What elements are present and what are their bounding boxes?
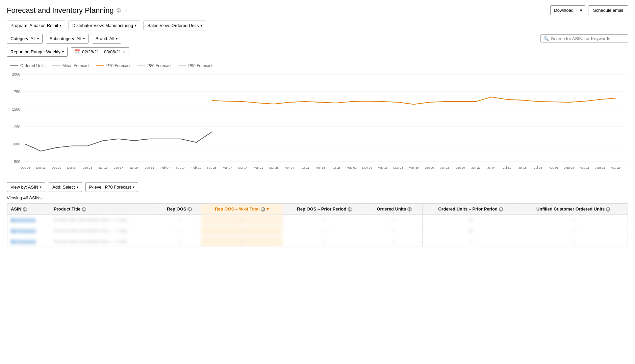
add-filter[interactable]: Add: Select ▾ [49, 182, 82, 192]
svg-text:Mar 21: Mar 21 [254, 166, 263, 169]
unfilled-cell: — [519, 236, 628, 247]
rep-oos-pct-cell: — [201, 236, 283, 247]
plevel-filter[interactable]: P-level: P70 Forecast ▾ [85, 182, 138, 192]
brand-filter-caret: ▾ [116, 37, 118, 40]
reporting-range-label: Reporting Range: Weekly [10, 49, 60, 54]
reporting-range-filter[interactable]: Reporting Range: Weekly ▾ [7, 47, 68, 57]
date-range-pill[interactable]: 📅 02/28/21 – 03/06/21 × [71, 47, 129, 56]
svg-text:Jan 24: Jan 24 [130, 166, 139, 169]
svg-text:Mar 07: Mar 07 [223, 166, 232, 169]
download-label: Download [551, 6, 577, 15]
download-arrow-icon[interactable]: ▾ [577, 6, 585, 15]
product-title-cell: Product title description here — 1 pkg [50, 236, 158, 247]
view-by-filter[interactable]: View by: ASIN ▾ [7, 182, 45, 192]
svg-text:Dec 27: Dec 27 [67, 166, 77, 169]
svg-text:Feb 21: Feb 21 [192, 166, 201, 169]
title-info-icon[interactable]: ⓘ [117, 8, 121, 12]
distributor-filter[interactable]: Distributor View: Manufacturing ▾ [69, 21, 140, 30]
title-star-icon[interactable]: ☆ [124, 7, 128, 13]
svg-text:Jan 10: Jan 10 [99, 166, 108, 169]
program-filter[interactable]: Program: Amazon Retail ▾ [7, 21, 65, 30]
svg-text:May 02: May 02 [347, 166, 356, 169]
legend-label-p90-forecast: P90 Forecast [188, 63, 212, 68]
program-filter-caret: ▾ [60, 24, 61, 27]
subcategory-filter[interactable]: Subcategory: All ▾ [46, 34, 88, 44]
search-input[interactable] [551, 36, 625, 41]
legend-label-mean-forecast: Mean Forecast [62, 63, 90, 68]
col-header-product-title: Product Title ⓘ [50, 204, 158, 215]
svg-text:Jan 03: Jan 03 [83, 166, 92, 169]
svg-text:Jun 27: Jun 27 [472, 166, 481, 169]
add-label: Add: Select [52, 185, 75, 190]
table-row: B07XXXXX1 Product title description here… [7, 215, 628, 225]
legend-item-mean-forecast: Mean Forecast [52, 63, 90, 68]
ordered-units-prior-info-icon[interactable]: ⓘ [499, 207, 503, 212]
rep-oos-pct-info-icon[interactable]: ⓘ [261, 207, 265, 212]
svg-text:Jun 20: Jun 20 [456, 166, 465, 169]
svg-text:1750: 1750 [12, 90, 20, 94]
date-range-value: 02/28/21 – 03/06/21 [82, 49, 121, 54]
date-row: Reporting Range: Weekly ▾ 📅 02/28/21 – 0… [7, 47, 628, 57]
svg-text:Aug 01: Aug 01 [549, 166, 558, 169]
filters-row-1: Program: Amazon Retail ▾ Distributor Vie… [7, 21, 628, 30]
svg-text:May 30: May 30 [409, 166, 418, 169]
legend-item-p70-forecast: P70 Forecast [96, 63, 130, 68]
asin-link[interactable]: B07XXXXX2 [11, 228, 36, 233]
view-by-label: View by: ASIN [10, 185, 38, 190]
svg-text:Jul 04: Jul 04 [487, 166, 496, 169]
ordered-units-info-icon[interactable]: ⓘ [407, 207, 412, 212]
col-header-rep-oos-prior: Rep OOS – Prior Period ⓘ [283, 204, 366, 215]
legend-label-p70-forecast: P70 Forecast [106, 63, 130, 68]
plevel-label: P-level: P70 Forecast [89, 185, 131, 190]
rep-oos-prior-cell: — [283, 225, 366, 236]
table-row: B07XXXXX3 Product title description here… [7, 236, 628, 247]
rep-oos-prior-cell: — [283, 215, 366, 225]
unfilled-cell: — [519, 225, 628, 236]
unfilled-cell: — [519, 215, 628, 225]
rep-oos-info-icon[interactable]: ⓘ [187, 207, 192, 212]
chart-legend: Ordered Units Mean Forecast P70 Forecast… [7, 63, 628, 68]
svg-text:1500: 1500 [12, 107, 20, 111]
brand-filter-label: Brand: All [96, 36, 115, 41]
chart-svg: 2000 1750 1500 1250 1000 500 Dec 06 Dec … [7, 71, 628, 172]
svg-text:Jan 17: Jan 17 [114, 166, 123, 169]
search-icon: 🔍 [543, 36, 549, 41]
svg-text:Dec 20: Dec 20 [52, 166, 61, 169]
legend-line-p80-forecast [137, 65, 145, 66]
rep-oos-prior-info-icon[interactable]: ⓘ [348, 207, 352, 212]
page-title: Forecast and Inventory Planning [7, 6, 114, 15]
date-range-clear-icon[interactable]: × [123, 49, 126, 54]
svg-text:Mar 28: Mar 28 [269, 166, 279, 169]
legend-line-ordered-units [10, 65, 18, 66]
product-title-info-icon[interactable]: ⓘ [82, 207, 86, 212]
filters-row-2: Category: All ▾ Subcategory: All ▾ Brand… [7, 34, 628, 44]
rep-oos-prior-cell: — [283, 236, 366, 247]
svg-text:Apr 11: Apr 11 [301, 166, 309, 169]
ordered-units-prior-cell: 11 [423, 225, 519, 236]
legend-line-p90-forecast [178, 65, 186, 66]
col-header-asin: ASIN ⓘ [7, 204, 50, 215]
sales-filter-caret: ▾ [201, 24, 202, 27]
category-filter[interactable]: Category: All ▾ [7, 34, 43, 44]
sales-filter[interactable]: Sales View: Ordered Units ▾ [144, 21, 206, 30]
add-caret: ▾ [77, 185, 78, 189]
plevel-caret: ▾ [133, 185, 134, 189]
svg-text:Jul 11: Jul 11 [503, 166, 511, 169]
svg-text:Jul 25: Jul 25 [534, 166, 542, 169]
schedule-email-button[interactable]: Schedule email [588, 5, 628, 15]
product-title-cell: Product title description here — 1 pkg [50, 215, 158, 225]
svg-text:Aug 15: Aug 15 [580, 166, 589, 169]
asin-link[interactable]: B07XXXXX1 [11, 217, 36, 222]
svg-text:May 16: May 16 [378, 166, 387, 169]
ordered-units-cell: — [366, 225, 423, 236]
brand-filter[interactable]: Brand: All ▾ [92, 34, 122, 44]
data-table: ASIN ⓘ Product Title ⓘ Rep OOS ⓘ Rep OOS… [7, 203, 628, 247]
download-button[interactable]: Download ▾ [550, 5, 585, 15]
rep-oos-pct-sort-icon[interactable]: ▾ [266, 206, 269, 212]
rep-oos-cell: — [158, 225, 201, 236]
asin-link[interactable]: B07XXXXX3 [11, 239, 36, 244]
asin-info-icon[interactable]: ⓘ [23, 207, 27, 212]
svg-text:Mar 14: Mar 14 [238, 166, 248, 169]
unfilled-info-icon[interactable]: ⓘ [606, 207, 610, 212]
svg-text:Aug 22: Aug 22 [595, 166, 605, 169]
